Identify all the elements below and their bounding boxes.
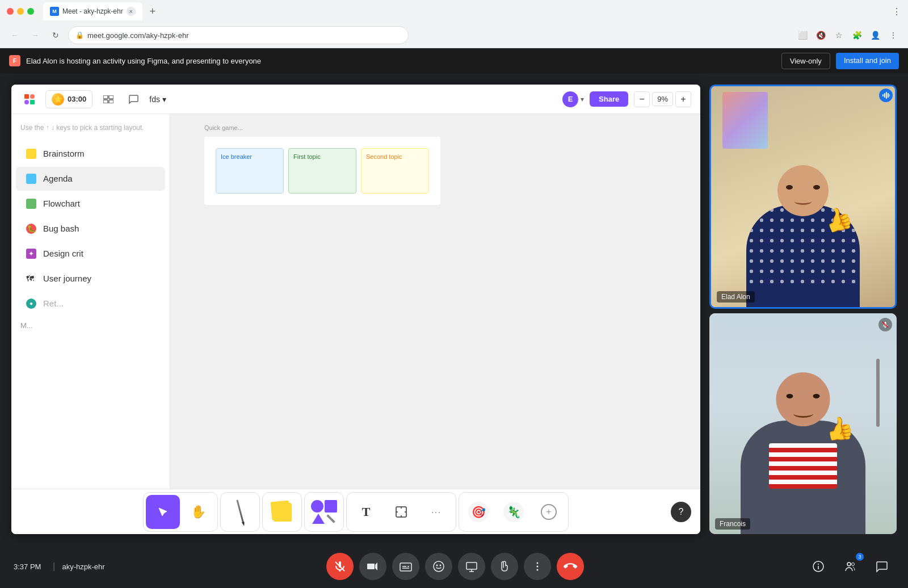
panel-item-label-agenda: Agenda	[43, 174, 73, 183]
cursor-tool-group: ✋	[143, 492, 218, 532]
topic-card-second-topic: Second topic	[361, 148, 429, 194]
add-plugin-button[interactable]: +	[532, 495, 566, 529]
menu-icon[interactable]: ⋮	[885, 27, 901, 43]
maximize-window-button[interactable]	[27, 8, 34, 15]
people-button[interactable]: 3	[838, 554, 863, 579]
svg-rect-5	[109, 95, 114, 99]
help-button[interactable]: ?	[671, 502, 691, 522]
new-tab-button[interactable]: +	[145, 3, 161, 19]
svg-point-37	[852, 563, 855, 566]
svg-point-32	[537, 569, 539, 571]
plugin1-button[interactable]: 🎯	[461, 495, 495, 529]
retro-icon: ●	[25, 297, 37, 310]
user-chevron-icon[interactable]: ▾	[581, 95, 584, 103]
panel-item-label-retro: Ret...	[43, 299, 64, 308]
panel-item-design-crit[interactable]: ✦ Design crit	[16, 242, 165, 266]
canvas-label: Quick game...	[204, 124, 243, 131]
svg-rect-14	[884, 93, 885, 98]
address-bar[interactable]: 🔒 meet.google.com/aky-hzpk-ehr	[68, 26, 409, 44]
pen-tool-button[interactable]	[223, 495, 257, 529]
zoom-controls: − 9% +	[634, 91, 691, 107]
more-options-button[interactable]	[524, 553, 551, 580]
tab-favicon: M	[50, 7, 59, 16]
tab-close-button[interactable]: ×	[127, 7, 136, 16]
mute-tab-icon[interactable]: 🔇	[813, 27, 829, 43]
video-panels: 👍 Elad Alon	[709, 85, 897, 534]
stickies-tool-button[interactable]	[265, 495, 299, 529]
panel-item-agenda[interactable]: Agenda	[16, 167, 165, 191]
emoji-button[interactable]	[425, 553, 452, 580]
url-text: meet.google.com/aky-hzpk-ehr	[87, 31, 188, 40]
browser-chrome: M Meet - aky-hzpk-ehr × + ⋮ ← → ↻ 🔒 meet…	[0, 0, 908, 48]
time-text: 3:37 PM	[14, 562, 41, 571]
profile-icon[interactable]: 👤	[867, 27, 883, 43]
plugin2-button[interactable]: 🦎	[497, 495, 531, 529]
figma-menu-button[interactable]	[20, 90, 39, 108]
refresh-button[interactable]: ↻	[48, 27, 64, 43]
timer-value: 03:00	[68, 95, 86, 103]
brainstorm-icon	[25, 148, 37, 160]
info-button[interactable]	[806, 554, 831, 579]
plugin1-icon: 🎯	[468, 502, 489, 522]
thumbs-up-2: 👍	[823, 412, 863, 452]
topic-card-first-topic: First topic	[288, 148, 356, 194]
pen-tool-group	[220, 492, 260, 532]
back-button[interactable]: ←	[7, 27, 23, 43]
more-tools-button[interactable]: ···	[419, 495, 453, 529]
meeting-id-text: aky-hzpk-ehr	[62, 562, 104, 571]
hand-tool-button[interactable]: ✋	[181, 495, 215, 529]
camera-button[interactable]	[359, 553, 386, 580]
panel-item-flowchart[interactable]: Flowchart	[16, 192, 165, 216]
panel-item-user-journey[interactable]: 🗺 User journey	[16, 267, 165, 291]
install-join-button[interactable]: Install and join	[836, 53, 899, 69]
cast-icon[interactable]: ⬜	[794, 27, 810, 43]
figma-timer: ⭐ 03:00	[45, 90, 93, 108]
text-tool-button[interactable]: T	[349, 495, 383, 529]
extensions-icon[interactable]: 🧩	[849, 27, 865, 43]
tab-title: Meet - aky-hzpk-ehr	[62, 7, 123, 15]
figma-file-name[interactable]: fds ▾	[149, 95, 166, 104]
browser-tab-meet[interactable]: M Meet - aky-hzpk-ehr ×	[43, 2, 142, 20]
panel-item-bug-bash[interactable]: 🐛 Bug bash	[16, 217, 165, 241]
svg-point-36	[847, 562, 851, 566]
tab-bar: M Meet - aky-hzpk-ehr × +	[43, 2, 888, 20]
panel-item-brainstorm[interactable]: Brainstorm	[16, 142, 165, 166]
text-frame-tool-group: T ···	[346, 492, 456, 532]
figma-toolbar: ⭐ 03:00 fds ▾	[11, 85, 700, 114]
design-crit-icon: ✦	[25, 247, 37, 260]
zoom-value[interactable]: 9%	[652, 92, 673, 106]
user-presence: E ▾	[562, 91, 584, 107]
figma-canvas[interactable]: Quick game... Ice breaker First topic Se…	[170, 114, 700, 489]
end-call-button[interactable]	[557, 553, 584, 580]
mute-button[interactable]	[326, 553, 354, 580]
chat-button[interactable]	[869, 554, 894, 579]
shapes-tool-button[interactable]	[307, 495, 341, 529]
people-count-badge: 3	[856, 553, 864, 561]
view-mode-button[interactable]	[99, 90, 117, 108]
figma-bottom-toolbar: ✋	[11, 489, 700, 534]
close-window-button[interactable]	[7, 8, 14, 15]
view-only-button[interactable]: View-only	[781, 53, 830, 69]
share-button[interactable]: Share	[590, 91, 628, 107]
cursor-tool-button[interactable]	[146, 495, 180, 529]
present-button[interactable]	[458, 553, 485, 580]
svg-rect-4	[103, 95, 108, 99]
frame-tool-button[interactable]	[384, 495, 418, 529]
comment-button[interactable]	[124, 90, 142, 108]
panel-item-label-flowchart: Flowchart	[43, 199, 80, 208]
forward-button[interactable]: →	[27, 27, 43, 43]
minimize-window-button[interactable]	[17, 8, 24, 15]
svg-point-24	[434, 561, 444, 572]
svg-point-30	[537, 562, 539, 564]
title-bar: M Meet - aky-hzpk-ehr × + ⋮	[0, 0, 908, 23]
zoom-out-button[interactable]: −	[634, 91, 650, 107]
zoom-in-button[interactable]: +	[675, 91, 691, 107]
panel-item-retro[interactable]: ● Ret...	[16, 292, 165, 316]
figma-logo-icon: F	[9, 55, 20, 66]
svg-rect-17	[889, 94, 890, 96]
figma-banner: F Elad Alon is hosting an activity using…	[0, 48, 908, 73]
user-avatar[interactable]: E	[562, 91, 578, 107]
captions-button[interactable]	[392, 553, 419, 580]
bookmark-icon[interactable]: ☆	[831, 27, 847, 43]
raise-hand-button[interactable]	[491, 553, 518, 580]
